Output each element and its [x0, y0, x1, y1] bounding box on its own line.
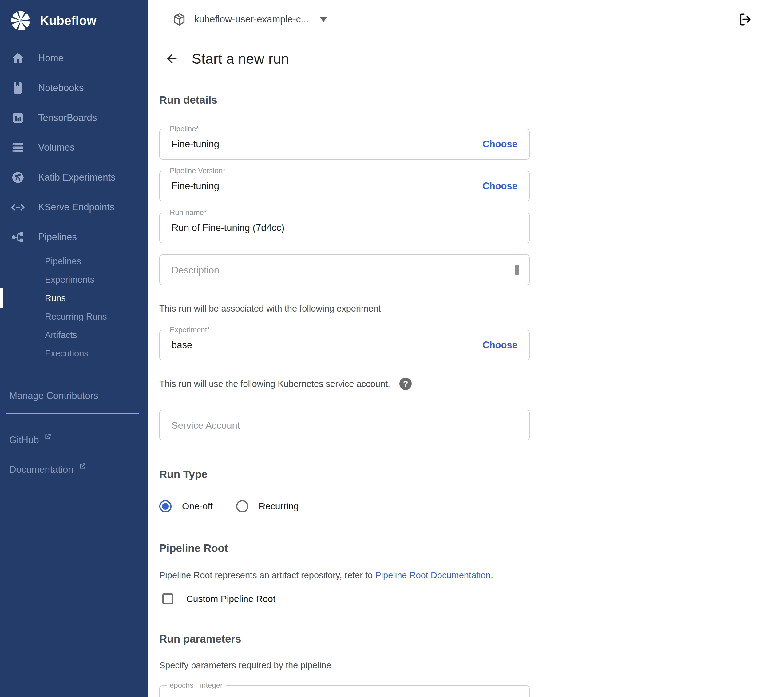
sidebar-item-label: Katib Experiments [38, 172, 115, 183]
pipelines-sub-list: Pipelines Experiments Runs Recurring Run… [0, 252, 148, 363]
manage-contributors-link[interactable]: Manage Contributors [0, 386, 148, 405]
pipeline-field-label: Pipeline* [166, 124, 202, 134]
description-field[interactable]: Description [159, 254, 530, 285]
logout-icon[interactable] [737, 12, 753, 27]
sidebar-item-notebooks[interactable]: Notebooks [0, 73, 148, 103]
run-name-field-value: Run of Fine-tuning (7d4cc) [171, 222, 284, 233]
run-name-field[interactable]: Run name* Run of Fine-tuning (7d4cc) [159, 213, 530, 243]
run-name-field-label: Run name* [166, 208, 210, 217]
experiment-field-value: base [171, 340, 192, 351]
experiment-field[interactable]: Experiment* base Choose [159, 330, 530, 360]
help-icon[interactable]: ? [399, 378, 412, 390]
sidebar-subitem-label: Recurring Runs [45, 312, 107, 322]
sidebar-subitem-label: Pipelines [45, 256, 81, 266]
pipeline-field-value: Fine-tuning [171, 139, 219, 150]
pipeline-version-field-label: Pipeline Version* [166, 166, 229, 175]
sidebar-item-label: Home [38, 53, 64, 64]
page-header: Start a new run [148, 40, 784, 78]
sidebar-subitem-label: Experiments [45, 275, 94, 285]
page-title: Start a new run [192, 50, 289, 67]
sidebar-subitem-label: Artifacts [45, 330, 77, 340]
sidebar-item-volumes[interactable]: Volumes [0, 132, 148, 162]
pipeline-field[interactable]: Pipeline* Fine-tuning Choose [159, 129, 530, 160]
caret-down-icon [320, 17, 327, 22]
sidebar-item-label: Pipelines [38, 231, 77, 243]
sidebar-subitem-pipelines[interactable]: Pipelines [0, 252, 148, 270]
scrollbar-thumb[interactable] [515, 265, 519, 275]
kubeflow-logo[interactable]: Kubeflow [0, 0, 148, 32]
github-link[interactable]: GitHub [0, 431, 148, 449]
notebook-icon [10, 81, 25, 95]
tensorboard-icon [10, 111, 25, 125]
namespace-selector[interactable]: kubeflow-user-example-c... [172, 12, 327, 26]
brand-title: Kubeflow [40, 14, 97, 28]
pipeline-choose-button[interactable]: Choose [483, 139, 517, 150]
epochs-field-label: epochs - integer [166, 681, 226, 690]
sidebar-subitem-experiments[interactable]: Experiments [0, 270, 148, 289]
sidebar-item-label: Notebooks [38, 83, 84, 94]
sidebar-item-label: TensorBoards [38, 112, 97, 123]
sidebar-subitem-artifacts[interactable]: Artifacts [0, 326, 148, 344]
description-placeholder: Description [171, 265, 219, 276]
volumes-icon [10, 140, 25, 155]
run-parameters-note: Specify parameters required by the pipel… [159, 661, 530, 671]
run-form: Run details Pipeline* Fine-tuning Choose… [148, 78, 784, 697]
pipeline-version-field[interactable]: Pipeline Version* Fine-tuning Choose [159, 171, 530, 202]
sidebar-subitem-label: Executions [45, 348, 89, 358]
service-account-placeholder: Service Account [171, 420, 240, 431]
pipeline-version-field-value: Fine-tuning [171, 180, 219, 192]
sidebar-item-home[interactable]: Home [0, 43, 148, 73]
pipeline-root-documentation-link[interactable]: Pipeline Root Documentation [375, 570, 491, 580]
documentation-link[interactable]: Documentation [0, 461, 148, 479]
sidebar-divider [6, 413, 139, 414]
kubeflow-logo-icon [9, 9, 32, 32]
sidebar-item-kserve-endpoints[interactable]: KServe Endpoints [0, 192, 148, 222]
run-details-heading: Run details [159, 94, 784, 106]
documentation-label: Documentation [9, 464, 74, 475]
radio-one-off[interactable]: One-off [159, 500, 213, 512]
app-root: Kubeflow Home Notebooks TensorBoards [0, 0, 784, 697]
github-label: GitHub [9, 434, 39, 446]
pipeline-version-choose-button[interactable]: Choose [483, 180, 517, 192]
home-icon [10, 51, 25, 66]
epochs-field-value: 3 [171, 695, 177, 697]
sidebar-subitem-executions[interactable]: Executions [0, 344, 148, 363]
experiment-association-note: This run will be associated with the fol… [159, 304, 530, 314]
custom-pipeline-root-checkbox[interactable] [162, 593, 173, 605]
pipeline-root-heading: Pipeline Root [159, 542, 530, 554]
sidebar-item-tensorboards[interactable]: TensorBoards [0, 103, 148, 132]
custom-pipeline-root-label: Custom Pipeline Root [186, 594, 275, 604]
service-account-field[interactable]: Service Account [159, 410, 530, 441]
sidebar-item-katib-experiments[interactable]: Katib Experiments [0, 162, 148, 192]
topbar: kubeflow-user-example-c... [148, 0, 784, 40]
arrow-left-icon[interactable] [165, 52, 179, 66]
katib-icon [10, 170, 25, 185]
run-type-options: One-off Recurring [159, 500, 530, 512]
run-parameters-heading: Run parameters [159, 633, 530, 645]
run-type-heading: Run Type [159, 468, 530, 481]
experiment-field-label: Experiment* [166, 325, 213, 334]
radio-recurring[interactable]: Recurring [236, 500, 299, 512]
external-link-icon [78, 462, 86, 470]
kserve-icon [10, 200, 25, 215]
pipelines-icon [10, 230, 25, 244]
radio-unselected-icon [236, 500, 249, 512]
manage-contributors-label: Manage Contributors [9, 390, 99, 401]
radio-one-off-label: One-off [182, 501, 213, 512]
service-account-note: This run will use the following Kubernet… [159, 379, 390, 389]
sidebar-divider [6, 371, 139, 371]
sidebar-subitem-runs[interactable]: Runs [0, 289, 148, 307]
package-icon [172, 12, 186, 26]
experiment-choose-button[interactable]: Choose [483, 340, 517, 351]
sidebar-item-pipelines[interactable]: Pipelines [0, 222, 148, 252]
sidebar-item-label: KServe Endpoints [38, 202, 114, 213]
pipeline-root-desc-text: Pipeline Root represents an artifact rep… [159, 570, 375, 580]
epochs-field[interactable]: epochs - integer 3 [159, 685, 530, 697]
sidebar-subitem-recurring-runs[interactable]: Recurring Runs [0, 307, 148, 326]
radio-selected-icon [159, 500, 171, 512]
sidebar-item-label: Volumes [38, 142, 75, 153]
custom-pipeline-root-row: Custom Pipeline Root [159, 593, 530, 605]
sidebar: Kubeflow Home Notebooks TensorBoards [0, 0, 148, 697]
external-link-icon [44, 433, 52, 441]
namespace-value: kubeflow-user-example-c... [194, 14, 309, 25]
